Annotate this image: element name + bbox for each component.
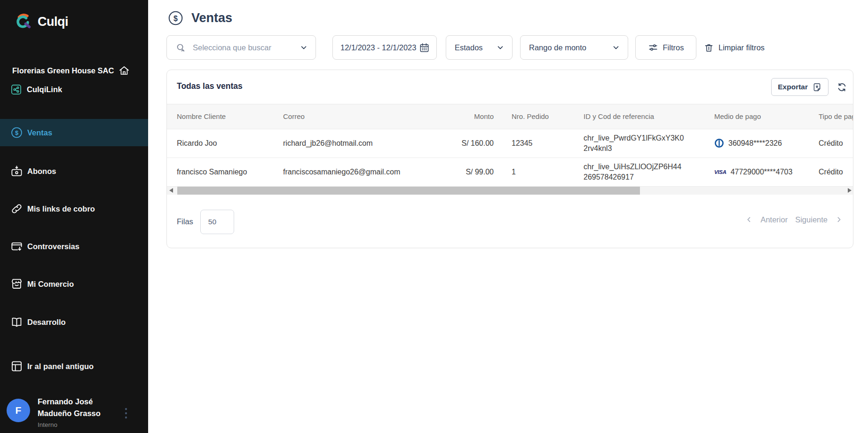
cell-tipo-pago: Crédito: [819, 129, 853, 157]
culqi-logo-icon: [14, 12, 33, 31]
user-profile: F Fernando José Madueño Grasso Interno: [0, 395, 148, 433]
merchant-selector[interactable]: Florerias Green House SAC: [12, 65, 139, 76]
page-header: $ Ventas: [168, 10, 232, 26]
filas-label: Filas: [177, 217, 193, 226]
col-medio-de-pago: Medio de pago: [714, 104, 819, 129]
cell-pedido: 12345: [494, 129, 584, 157]
chevron-down-icon: [300, 43, 308, 52]
horizontal-scrollbar[interactable]: [167, 187, 853, 195]
exportar-button[interactable]: Exportar: [771, 78, 829, 96]
table-row[interactable]: Ricardo Joo richard_jb26@hotmail.com S/ …: [167, 129, 853, 157]
sidebar-item-culqilink[interactable]: CulqiLink: [10, 84, 62, 95]
page-title: Ventas: [191, 11, 232, 25]
avatar: F: [7, 399, 30, 422]
anterior-button[interactable]: Anterior: [760, 215, 788, 224]
cell-medio-pago: VISA 47729000****4703: [714, 157, 819, 186]
cell-correo: franciscosamaniego26@gmail.com: [283, 157, 439, 186]
pagination-bar: Filas Anterior Siguiente: [167, 195, 853, 249]
sidebar-item-mi-comercio[interactable]: Mi Comercio: [0, 270, 148, 298]
sidebar-item-ventas[interactable]: $ Ventas: [0, 119, 148, 146]
search-icon: [175, 42, 186, 53]
sliders-icon: [648, 42, 658, 53]
cell-tipo-pago: Crédito: [819, 157, 853, 186]
culqilink-label: CulqiLink: [27, 85, 62, 94]
rango-label: Rango de monto: [529, 43, 612, 52]
trash-icon: [704, 43, 714, 53]
sales-coin-icon: $: [168, 10, 183, 26]
date-range-value: 12/1/2023 - 12/1/2023: [340, 43, 419, 52]
col-tipo-de-pago: Tipo de pago: [819, 104, 853, 129]
merchant-name: Florerias Green House SAC: [12, 66, 114, 75]
main-content: $ Ventas Selecciona que buscar 12/1/2023…: [148, 0, 868, 433]
cell-monto: S/ 160.00: [439, 129, 494, 157]
svg-text:$: $: [15, 129, 18, 136]
svg-text:$: $: [174, 15, 178, 23]
chevron-down-icon: [496, 43, 505, 52]
limpiar-label: Limpiar filtros: [718, 43, 765, 52]
kebab-menu-icon[interactable]: [122, 405, 130, 422]
chevron-right-icon[interactable]: [835, 216, 843, 223]
limpiar-filtros-button[interactable]: Limpiar filtros: [704, 35, 765, 60]
sidebar-item-label: Mis links de cobro: [27, 205, 95, 213]
home-icon: [118, 65, 130, 76]
table-scroll-area: Nombre Cliente Correo Monto Nro. Pedido …: [167, 104, 853, 187]
estados-select[interactable]: Estados: [446, 35, 513, 60]
chevron-left-icon[interactable]: [745, 216, 753, 223]
culqilink-share-icon: [10, 84, 22, 95]
date-range-input[interactable]: 12/1/2023 - 12/1/2023: [332, 35, 437, 60]
deposit-box-icon: [10, 165, 23, 178]
table-header-row: Nombre Cliente Correo Monto Nro. Pedido …: [167, 104, 853, 129]
card-dispute-icon: [10, 240, 23, 253]
culqi-logo: Culqi: [14, 12, 68, 31]
siguiente-button[interactable]: Siguiente: [795, 215, 828, 224]
filtros-label: Filtros: [663, 43, 684, 52]
sidebar-item-ir-al-panel-antiguo[interactable]: Ir al panel antiguo: [0, 353, 148, 380]
visa-icon: VISA: [714, 169, 726, 175]
col-monto: Monto: [439, 104, 494, 129]
card-title: Todas las ventas: [177, 81, 243, 91]
cell-medio-pago: 360948****2326: [714, 129, 819, 157]
cell-monto: S/ 99.00: [439, 157, 494, 186]
sidebar-item-label: Abonos: [27, 167, 56, 176]
sidebar-item-label: Ir al panel antiguo: [27, 362, 94, 371]
exportar-label: Exportar: [778, 83, 808, 91]
sidebar-item-label: Mi Comercio: [27, 280, 74, 289]
cell-pedido: 1: [494, 157, 584, 186]
rows-per-page-input[interactable]: [200, 210, 234, 234]
export-download-icon: [812, 82, 822, 92]
filtros-button[interactable]: Filtros: [635, 35, 696, 60]
scroll-right-arrow-icon[interactable]: [848, 188, 852, 193]
sidebar-item-desarrollo[interactable]: Desarrollo: [0, 308, 148, 336]
cell-id-referencia: chr_live_PwrdGY1lFkGxY3K0 2rv4knl3: [584, 129, 714, 157]
sidebar-item-controversias[interactable]: Controversias: [0, 233, 148, 260]
search-select[interactable]: Selecciona que buscar: [166, 35, 316, 60]
sales-table: Nombre Cliente Correo Monto Nro. Pedido …: [167, 104, 853, 187]
diners-club-icon: [714, 138, 724, 148]
sidebar-item-abonos[interactable]: Abonos: [0, 157, 148, 185]
col-nro-pedido: Nro. Pedido: [494, 104, 584, 129]
sidebar-item-mis-links-de-cobro[interactable]: Mis links de cobro: [0, 195, 148, 222]
sidebar-item-label: Controversias: [27, 242, 79, 251]
cell-correo: richard_jb26@hotmail.com: [283, 129, 439, 157]
col-correo: Correo: [283, 104, 439, 129]
col-id-referencia: ID y Cod de referencia: [584, 104, 714, 129]
filter-bar: Selecciona que buscar 12/1/2023 - 12/1/2…: [148, 35, 868, 60]
open-book-icon: [10, 316, 23, 329]
brand-name: Culqi: [38, 15, 68, 29]
search-placeholder: Selecciona que buscar: [193, 43, 300, 52]
refresh-icon[interactable]: [836, 82, 847, 93]
sidebar-item-label: Ventas: [27, 128, 52, 137]
scroll-left-arrow-icon[interactable]: [169, 188, 173, 193]
cell-nombre: francisco Samaniego: [167, 157, 283, 186]
col-nombre-cliente: Nombre Cliente: [167, 104, 283, 129]
user-name: Fernando José Madueño Grasso: [38, 396, 101, 419]
scrollbar-thumb[interactable]: [177, 187, 640, 195]
user-role: Interno: [38, 421, 57, 428]
coin-dollar-icon: $: [10, 126, 23, 139]
panel-layout-icon: [10, 360, 23, 373]
link-icon: [10, 203, 23, 215]
sidebar-item-label: Desarrollo: [27, 318, 66, 327]
storefront-icon: [10, 278, 23, 291]
table-row[interactable]: francisco Samaniego franciscosamaniego26…: [167, 157, 853, 186]
rango-de-monto-select[interactable]: Rango de monto: [520, 35, 628, 60]
